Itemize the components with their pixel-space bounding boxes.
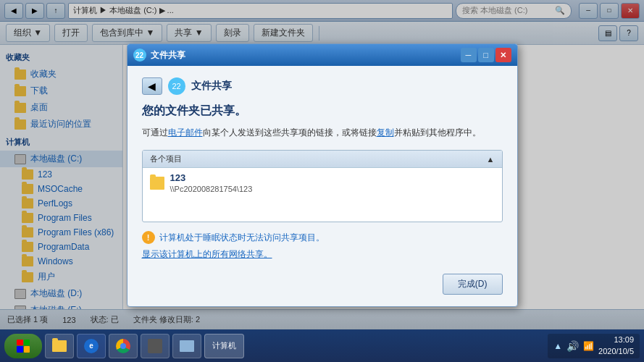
- dialog-maximize-button[interactable]: □: [478, 48, 494, 62]
- list-item-info: 123 \\Pc202008281754\123: [170, 172, 253, 193]
- copy-link[interactable]: 复制: [377, 127, 394, 138]
- dialog-nav-title: 文件共享: [191, 80, 232, 93]
- taskbar-explorer2[interactable]: [172, 334, 201, 358]
- dialog-back-button[interactable]: ◀: [142, 77, 162, 95]
- system-tray: ▲ 🔊 📶 13:09 2020/10/5: [548, 334, 640, 358]
- start-button[interactable]: [4, 334, 42, 358]
- dialog-title: 文件共享: [151, 49, 456, 62]
- computer-app-label: 计算机: [212, 340, 236, 351]
- list-item-path: \\Pc202008281754\123: [170, 185, 253, 193]
- list-scroll-icon: ▲: [487, 155, 495, 164]
- warning-icon: !: [142, 231, 155, 244]
- tray-volume-icon[interactable]: 🔊: [566, 340, 579, 352]
- windows-logo: [17, 340, 30, 353]
- finish-button[interactable]: 完成(D): [443, 274, 503, 295]
- taskbar-internet-explorer[interactable]: e: [77, 334, 106, 358]
- taskbar-file-manager[interactable]: [45, 334, 74, 358]
- list-item-name: 123: [170, 172, 253, 183]
- file-sharing-dialog: 22 文件共享 ─ □ ✕ ◀ 22 文件共享 您的文件夹已共享。 可通过电子邮…: [127, 43, 518, 307]
- dialog-body: ◀ 22 文件共享 您的文件夹已共享。 可通过电子邮件向某个人发送到这些共享项的…: [127, 66, 517, 306]
- dialog-nav-bar: ◀ 22 文件共享: [142, 77, 503, 95]
- clock-time: 13:09: [598, 334, 634, 345]
- list-header-text: 各个项目: [150, 153, 182, 164]
- dialog-footer: 完成(D): [142, 269, 503, 295]
- dialog-minimize-button[interactable]: ─: [461, 48, 477, 62]
- list-header: 各个项目 ▲: [143, 151, 502, 168]
- dialog-message: 您的文件夹已共享。: [142, 104, 503, 119]
- dialog-titlebar: 22 文件共享 ─ □ ✕: [127, 44, 517, 66]
- taskbar-media[interactable]: [141, 334, 170, 358]
- system-clock[interactable]: 13:09 2020/10/5: [598, 334, 634, 357]
- dialog-title-icon: 22: [133, 49, 146, 62]
- taskbar: e 计算机 ▲ 🔊 📶 13:09 2020/10/5: [0, 329, 644, 362]
- taskbar-computer-app[interactable]: 计算机: [204, 334, 244, 358]
- network-share-link[interactable]: 显示该计算机上的所有网络共享。: [142, 248, 503, 261]
- email-link[interactable]: 电子邮件: [168, 127, 203, 138]
- taskbar-chrome[interactable]: [109, 334, 138, 358]
- share-list-container: 各个项目 ▲ 123 \\Pc202008281754\123: [142, 150, 503, 222]
- list-folder-icon: [150, 177, 164, 190]
- clock-date: 2020/10/5: [598, 346, 634, 357]
- dialog-title-buttons: ─ □ ✕: [461, 48, 511, 62]
- list-item[interactable]: 123 \\Pc202008281754\123: [143, 168, 502, 198]
- modal-overlay: 22 文件共享 ─ □ ✕ ◀ 22 文件共享 您的文件夹已共享。 可通过电子邮…: [0, 0, 644, 329]
- tray-icon-1: ▲: [553, 341, 562, 351]
- dialog-warning: ! 计算机处于睡眠状态时无法访问共享项目。: [142, 231, 503, 244]
- dialog-nav-icon: 22: [168, 77, 185, 95]
- dialog-description: 可通过电子邮件向某个人发送到这些共享项的链接，或将链接复制并粘贴到其他程序中。: [142, 126, 503, 140]
- dialog-close-button[interactable]: ✕: [495, 48, 511, 62]
- tray-network-icon[interactable]: 📶: [583, 341, 594, 351]
- warning-text: 计算机处于睡眠状态时无法访问共享项目。: [159, 232, 325, 244]
